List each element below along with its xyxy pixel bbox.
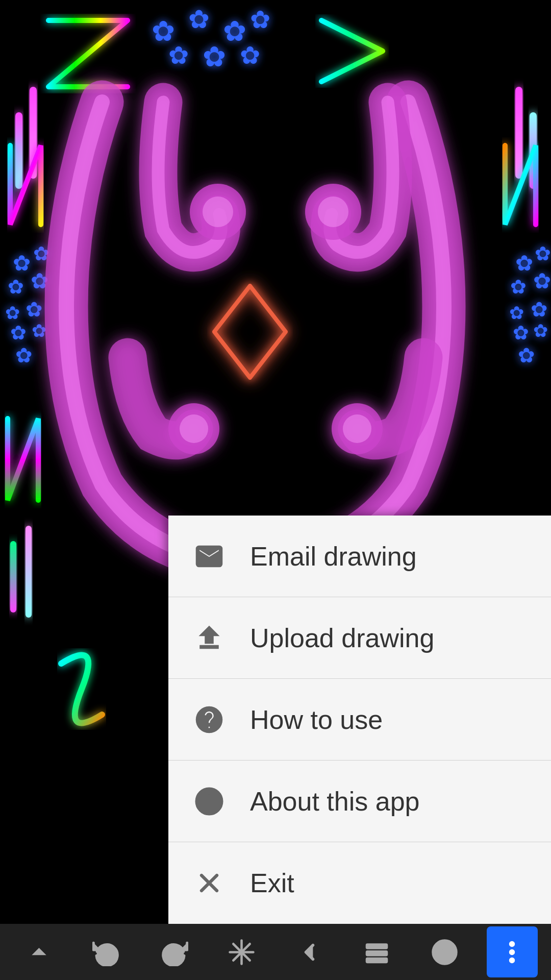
context-menu: Email drawing Upload drawing How to use … [168,516,551,924]
svg-text:✿: ✿ [31,269,48,293]
svg-text:✿: ✿ [535,243,551,264]
svg-text:✿: ✿ [250,6,270,33]
exit-label: Exit [250,868,294,898]
svg-point-37 [332,403,383,454]
info-icon [189,781,230,822]
svg-text:✿: ✿ [240,42,260,69]
upload-drawing-label: Upload drawing [250,623,434,653]
svg-point-34 [318,197,348,227]
back-button[interactable] [284,926,335,977]
svg-rect-29 [26,526,32,618]
more-options-button[interactable] [487,926,538,977]
svg-rect-49 [366,944,387,948]
emoji-button[interactable] [419,926,470,977]
svg-rect-9 [515,87,522,179]
svg-text:✿: ✿ [32,321,46,340]
about-app-item[interactable]: About this app [168,761,551,842]
svg-point-31 [190,184,246,240]
svg-text:✿: ✿ [510,276,527,298]
svg-text:✿: ✿ [33,243,49,264]
svg-rect-7 [30,87,37,179]
exit-item[interactable]: Exit [168,842,551,924]
svg-text:✿: ✿ [533,269,551,293]
move-up-button[interactable] [13,926,64,977]
add-pattern-button[interactable] [216,926,267,977]
svg-rect-10 [530,112,537,189]
svg-text:✿: ✿ [168,42,189,69]
svg-text:✿: ✿ [509,303,524,323]
svg-text:✿: ✿ [203,41,226,72]
svg-text:✿: ✿ [188,5,210,34]
email-drawing-item[interactable]: Email drawing [168,516,551,597]
redo-button[interactable] [148,926,199,977]
question-icon [189,699,230,740]
about-app-label: About this app [250,786,419,817]
toolbar [0,924,551,980]
email-drawing-label: Email drawing [250,541,417,572]
svg-point-36 [180,414,208,443]
close-icon [189,863,230,903]
email-icon [189,536,230,577]
svg-rect-51 [366,958,387,962]
svg-rect-8 [15,112,22,189]
svg-point-38 [343,414,371,443]
svg-text:✿: ✿ [26,298,43,321]
svg-text:✿: ✿ [5,303,20,323]
svg-rect-50 [366,951,387,955]
upload-drawing-item[interactable]: Upload drawing [168,597,551,679]
svg-point-35 [168,403,219,454]
svg-text:✿: ✿ [15,344,33,366]
svg-text:✿: ✿ [152,15,175,47]
upload-icon [189,618,230,658]
svg-text:✿: ✿ [223,15,246,47]
svg-text:✿: ✿ [10,322,27,344]
svg-point-52 [433,940,456,964]
layers-button[interactable] [352,926,403,977]
svg-point-32 [203,197,233,227]
flowers-top: ✿ ✿ ✿ ✿ ✿ ✿ ✿ [152,5,270,72]
how-to-use-label: How to use [250,704,383,735]
svg-point-33 [305,184,361,240]
undo-button[interactable] [81,926,132,977]
svg-text:✿: ✿ [513,322,529,344]
svg-point-57 [510,958,514,962]
svg-marker-39 [214,286,286,378]
svg-text:✿: ✿ [531,298,548,321]
svg-text:✿: ✿ [518,344,535,366]
svg-text:✿: ✿ [13,251,31,275]
how-to-use-item[interactable]: How to use [168,679,551,761]
svg-text:✿: ✿ [515,251,533,275]
svg-point-55 [510,941,514,946]
svg-rect-30 [10,541,16,612]
svg-point-56 [510,949,514,954]
svg-text:✿: ✿ [533,321,548,340]
svg-text:✿: ✿ [8,276,24,298]
